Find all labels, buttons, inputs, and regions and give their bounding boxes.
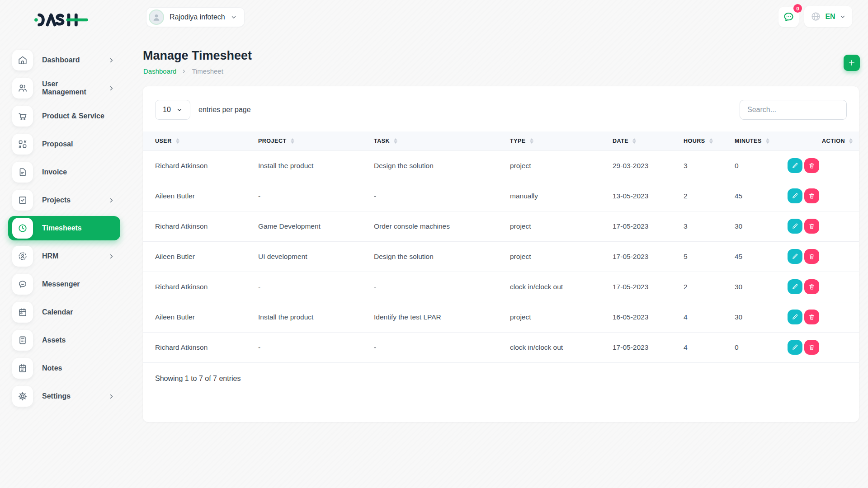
sidebar-item-label: Projects — [42, 196, 99, 204]
sidebar-item-timesheets[interactable]: Timesheets — [8, 216, 120, 240]
cell-user: Aileen Butler — [143, 302, 258, 332]
pencil-icon — [792, 283, 798, 290]
edit-button[interactable] — [788, 249, 802, 264]
entries-per-page-select[interactable]: 10 — [155, 100, 190, 120]
chevron-right-icon — [108, 253, 115, 260]
edit-button[interactable] — [788, 158, 802, 173]
chevron-right-icon — [108, 85, 115, 92]
sidebar-item-messenger[interactable]: Messenger — [8, 272, 120, 296]
cell-date: 17-05-2023 — [613, 272, 684, 302]
sidebar-item-label: Proposal — [42, 140, 115, 148]
messenger-button[interactable]: 0 — [778, 7, 799, 27]
delete-button[interactable] — [804, 340, 819, 355]
column-header-action[interactable]: ACTION — [788, 131, 859, 150]
sidebar-item-label: Timesheets — [42, 224, 115, 232]
trash-icon — [808, 344, 815, 351]
cell-hours: 2 — [684, 181, 735, 211]
app-screen: Rajodiya infotech 0 EN — [0, 0, 868, 488]
table-row: Richard Atkinson Game Development Order … — [143, 211, 859, 241]
cell-hours: 4 — [684, 302, 735, 332]
cell-user: Richard Atkinson — [143, 332, 258, 362]
cell-task: - — [374, 181, 510, 211]
delete-button[interactable] — [804, 158, 819, 173]
company-selector[interactable]: Rajodiya infotech — [146, 7, 245, 27]
column-header-minutes[interactable]: MINUTES — [735, 131, 788, 150]
company-avatar — [149, 9, 164, 25]
sidebar-item-proposal[interactable]: Proposal — [8, 132, 120, 156]
sidebar-item-dashboard[interactable]: Dashboard — [8, 48, 120, 72]
edit-button[interactable] — [788, 340, 802, 355]
edit-button[interactable] — [788, 219, 802, 234]
search-input[interactable] — [740, 100, 847, 120]
cell-task: Order console machines — [374, 211, 510, 241]
cell-minutes: 0 — [735, 150, 788, 181]
delete-button[interactable] — [804, 310, 819, 324]
cell-task: Identify the test LPAR — [374, 302, 510, 332]
breadcrumb-dashboard-link[interactable]: Dashboard — [143, 67, 176, 75]
column-header-project[interactable]: PROJECT — [258, 131, 374, 150]
cell-date: 29-03-2023 — [613, 150, 684, 181]
column-header-hours[interactable]: HOURS — [684, 131, 735, 150]
sidebar-item-label: User Management — [42, 80, 99, 96]
chevron-right-icon — [108, 197, 115, 204]
cell-minutes: 30 — [735, 211, 788, 241]
page-title: Manage Timesheet — [143, 49, 252, 63]
sidebar-item-calendar[interactable]: Calendar — [8, 300, 120, 324]
sidebar-item-label: Notes — [42, 364, 115, 372]
cell-user: Richard Atkinson — [143, 272, 258, 302]
chevron-down-icon — [840, 14, 846, 20]
language-selector[interactable]: EN — [804, 6, 852, 27]
edit-button[interactable] — [788, 310, 802, 324]
dash-logo — [33, 11, 95, 31]
delete-button[interactable] — [804, 279, 819, 294]
column-header-user[interactable]: USER — [143, 131, 258, 150]
column-header-task[interactable]: TASK — [374, 131, 510, 150]
sidebar-item-label: Assets — [42, 336, 115, 344]
cell-date: 17-05-2023 — [613, 211, 684, 241]
edit-button[interactable] — [788, 188, 802, 203]
swap-boxes-icon — [12, 134, 33, 155]
notepad-icon — [12, 358, 33, 379]
column-header-type[interactable]: TYPE — [510, 131, 613, 150]
edit-button[interactable] — [788, 279, 802, 294]
cell-task: Design the solution — [374, 241, 510, 272]
sidebar-item-projects[interactable]: Projects — [8, 188, 120, 212]
cell-minutes: 0 — [735, 332, 788, 362]
sidebar-item-assets[interactable]: Assets — [8, 328, 120, 352]
sidebar-item-label: Messenger — [42, 280, 115, 288]
pencil-icon — [792, 344, 798, 351]
cell-type: project — [510, 241, 613, 272]
delete-button[interactable] — [804, 219, 819, 234]
sidebar-item-product-service[interactable]: Product & Service — [8, 104, 120, 128]
pencil-icon — [792, 253, 798, 260]
sidebar-item-settings[interactable]: Settings — [8, 384, 120, 408]
sidebar-item-hrm[interactable]: HRM — [8, 244, 120, 268]
sidebar-item-user-management[interactable]: User Management — [8, 76, 120, 100]
company-name: Rajodiya infotech — [170, 13, 225, 21]
timesheet-table: USER PROJECT TASK TYPE DATE HOURS MINUTE… — [143, 131, 859, 363]
cell-user: Richard Atkinson — [143, 150, 258, 181]
cell-type: project — [510, 211, 613, 241]
cell-type: project — [510, 302, 613, 332]
cell-date: 16-05-2023 — [613, 302, 684, 332]
gear-icon — [12, 386, 33, 407]
sidebar-item-notes[interactable]: Notes — [8, 356, 120, 380]
entries-per-page-label: entries per page — [198, 106, 251, 114]
trash-icon — [808, 223, 815, 230]
chevron-right-icon — [181, 69, 187, 74]
clock-icon — [12, 218, 33, 239]
table-row: Richard Atkinson Install the product Des… — [143, 150, 859, 181]
plus-icon — [848, 59, 856, 67]
column-header-date[interactable]: DATE — [613, 131, 684, 150]
check-square-icon — [12, 190, 33, 211]
cell-hours: 3 — [684, 150, 735, 181]
breadcrumb-current: Timesheet — [192, 67, 223, 75]
sidebar-item-invoice[interactable]: Invoice — [8, 160, 120, 184]
delete-button[interactable] — [804, 249, 819, 264]
add-timesheet-button[interactable] — [844, 55, 860, 71]
delete-button[interactable] — [804, 188, 819, 203]
pencil-icon — [792, 162, 798, 169]
calculator-icon — [12, 330, 33, 351]
sidebar-item-label: Calendar — [42, 308, 115, 316]
cart-icon — [12, 106, 33, 127]
